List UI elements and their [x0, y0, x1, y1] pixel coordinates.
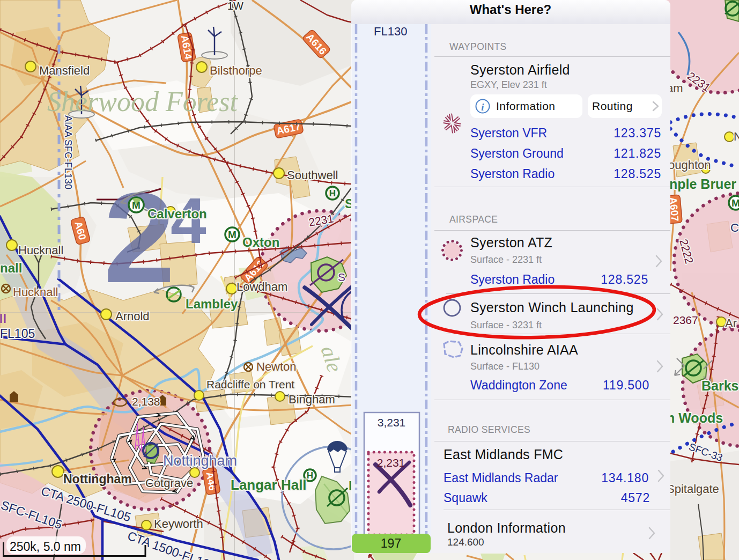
svg-text:M: M	[228, 229, 237, 240]
svg-text:197: 197	[381, 536, 401, 550]
svg-text:Radcliffe on Trent: Radcliffe on Trent	[206, 378, 294, 390]
svg-text:2,231: 2,231	[377, 456, 405, 469]
svg-text:Information: Information	[496, 100, 556, 112]
svg-text:Spitalgate: Spitalgate	[667, 482, 719, 496]
svg-text:n Woods: n Woods	[667, 410, 723, 425]
svg-text:oughton: oughton	[668, 158, 711, 172]
svg-text:Syerston VFR: Syerston VFR	[470, 126, 547, 140]
svg-text:1W: 1W	[227, 0, 243, 12]
svg-text:EGXY, Elev 231 ft: EGXY, Elev 231 ft	[470, 79, 547, 90]
svg-text:C: C	[730, 221, 739, 234]
svg-text:2,138: 2,138	[132, 395, 160, 408]
svg-text:Mansfield: Mansfield	[39, 64, 90, 77]
svg-text:Oxton: Oxton	[242, 235, 279, 249]
svg-text:M: M	[731, 197, 739, 209]
svg-text:Syerston Ground: Syerston Ground	[470, 146, 564, 160]
svg-text:East Midlands FMC: East Midlands FMC	[444, 447, 563, 462]
svg-text:Surface - FL130: Surface - FL130	[470, 361, 540, 372]
svg-text:Squawk: Squawk	[444, 491, 487, 505]
svg-text:H: H	[307, 470, 313, 481]
svg-text:What's Here?: What's Here?	[470, 2, 551, 17]
svg-text:H: H	[329, 188, 336, 198]
svg-text:3,231: 3,231	[378, 416, 406, 429]
svg-text:121.825: 121.825	[614, 146, 661, 160]
svg-text:Lambley: Lambley	[186, 297, 238, 311]
svg-text:Nottingham: Nottingham	[163, 453, 237, 469]
svg-text:Syerston Radio: Syerston Radio	[470, 272, 555, 286]
svg-text:RADIO SERVICES: RADIO SERVICES	[448, 424, 530, 435]
svg-text:2367: 2367	[673, 314, 698, 326]
svg-text:124.600: 124.600	[447, 536, 484, 548]
svg-text:Hucknall: Hucknall	[13, 285, 58, 299]
svg-text:Syerston ATZ: Syerston ATZ	[470, 235, 552, 250]
svg-text:i: i	[481, 101, 484, 113]
svg-text:119.500: 119.500	[603, 378, 649, 392]
svg-text:Surface - 3231 ft: Surface - 3231 ft	[470, 320, 542, 330]
svg-text:Nottingham: Nottingham	[63, 472, 132, 486]
svg-text:FL105: FL105	[0, 327, 35, 341]
svg-text:Cotgrave: Cotgrave	[145, 476, 193, 490]
svg-text:128.525: 128.525	[614, 167, 661, 181]
svg-text:FL130: FL130	[374, 25, 407, 38]
svg-text:Arnold: Arnold	[115, 310, 150, 323]
svg-text:nple Bruer: nple Bruer	[669, 176, 736, 191]
svg-text:N: N	[734, 130, 739, 143]
svg-text:Calverton: Calverton	[147, 207, 207, 221]
svg-text:Barks: Barks	[701, 378, 739, 393]
svg-text:Lowdham: Lowdham	[237, 280, 287, 293]
svg-text:Keyworth: Keyworth	[154, 517, 203, 530]
svg-text:Langar Hall: Langar Hall	[231, 477, 307, 493]
svg-text:4572: 4572	[621, 491, 650, 505]
svg-text:Bingham: Bingham	[289, 393, 335, 406]
svg-text:Lincolnshire AIAA: Lincolnshire AIAA	[470, 342, 578, 357]
svg-text:Waddington Zone: Waddington Zone	[470, 378, 567, 392]
svg-text:AIRSPACE: AIRSPACE	[449, 214, 498, 225]
svg-text:Southwell: Southwell	[287, 168, 338, 182]
svg-text:Routing: Routing	[592, 100, 633, 112]
svg-text:AIAA SFC-FL130: AIAA SFC-FL130	[63, 115, 73, 189]
svg-text:Syerston Airfield: Syerston Airfield	[470, 62, 570, 77]
svg-text:123.375: 123.375	[614, 126, 661, 140]
svg-text:128.525: 128.525	[601, 272, 648, 286]
svg-text:250k, 5.0 nm: 250k, 5.0 nm	[10, 540, 81, 554]
svg-text:Syerston Radio: Syerston Radio	[470, 167, 555, 181]
svg-text:nall: nall	[0, 261, 22, 275]
svg-text:Bilsthorpe: Bilsthorpe	[210, 64, 262, 77]
svg-text:Sherwood Forest: Sherwood Forest	[47, 86, 238, 117]
svg-text:London Information: London Information	[447, 520, 566, 535]
svg-text:WAYPOINTS: WAYPOINTS	[449, 41, 507, 52]
svg-text:Surface - 2231 ft: Surface - 2231 ft	[470, 254, 542, 265]
svg-text:Newton: Newton	[256, 360, 297, 373]
svg-text:134.180: 134.180	[601, 471, 649, 485]
svg-text:Hucknall: Hucknall	[18, 244, 63, 257]
svg-text:S: S	[338, 271, 345, 283]
svg-text:Syerston Winch Launching: Syerston Winch Launching	[470, 300, 634, 315]
svg-text:East Midlands Radar: East Midlands Radar	[444, 471, 558, 485]
svg-text:Ar: Ar	[725, 316, 737, 330]
